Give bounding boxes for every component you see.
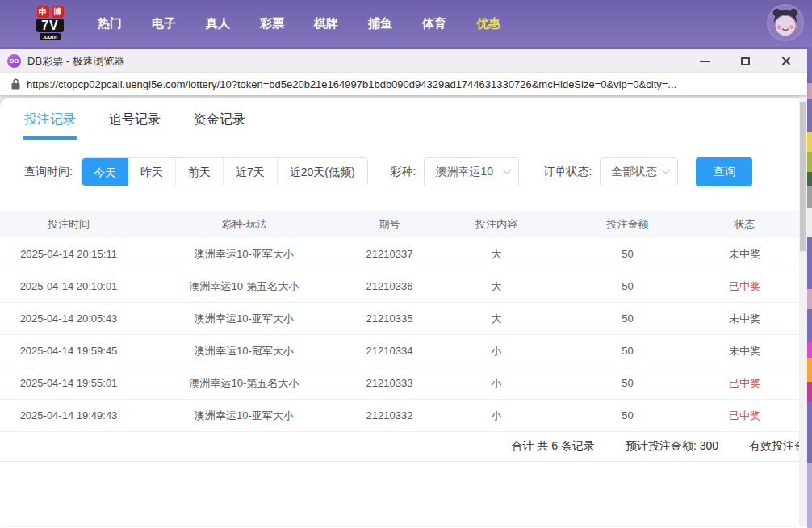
time-filter-label: 查询时间:: [24, 165, 73, 179]
cell-bet-amount: 50: [565, 377, 690, 389]
content-scrollbar[interactable]: [799, 95, 807, 526]
records-card: 投注记录 追号记录 资金记录 查询时间: 今天 昨天 前天 近7天 近20天(低…: [0, 98, 799, 526]
cell-bet-time: 2025-04-14 20:15:11: [0, 248, 137, 260]
logo-suffix: .com: [40, 33, 61, 40]
site-logo[interactable]: 申 博 7V .com: [23, 6, 77, 40]
time-option-last7days[interactable]: 近7天: [223, 158, 277, 186]
time-option-today[interactable]: 今天: [82, 158, 128, 186]
cell-issue: 21210337: [351, 248, 428, 260]
nav-item-lottery[interactable]: 彩票: [260, 16, 284, 31]
cell-bet-amount: 50: [565, 345, 690, 357]
nav-item-live[interactable]: 真人: [206, 16, 230, 31]
order-status-label: 订单状态:: [543, 165, 592, 179]
cell-bet-content: 小: [428, 344, 565, 358]
nav-item-hot[interactable]: 热门: [98, 16, 122, 31]
table-row: 2025-04-14 19:49:43 澳洲幸运10-亚军大小 21210332…: [0, 400, 799, 432]
lock-icon: [11, 78, 20, 90]
filter-bar: 查询时间: 今天 昨天 前天 近7天 近20天(低频) 彩种: 澳洲幸运10 订: [24, 157, 799, 186]
col-bet-time: 投注时间: [0, 217, 137, 232]
site-nav: 申 博 7V .com 热门 电子 真人 彩票 棋牌 捕鱼 体育 优惠: [0, 0, 812, 47]
cell-bet-content: 大: [428, 247, 565, 262]
nav-item-fishing[interactable]: 捕鱼: [368, 16, 392, 31]
cell-bet-amount: 50: [565, 248, 690, 260]
minimize-button[interactable]: [694, 52, 715, 70]
background-page-strip: [807, 47, 812, 528]
table-header: 投注时间 彩种-玩法 期号 投注内容 投注金额 状态: [0, 211, 799, 238]
bet-records-table: 投注时间 彩种-玩法 期号 投注内容 投注金额 状态 2025-04-14 20…: [0, 211, 799, 432]
time-option-yesterday[interactable]: 昨天: [128, 158, 175, 186]
cell-bet-time: 2025-04-14 19:55:01: [0, 377, 137, 389]
lottery-select-value: 澳洲幸运10: [435, 165, 493, 179]
summary-total: 合计 共 6 条记录: [512, 439, 595, 454]
nav-item-sports[interactable]: 体育: [422, 16, 446, 31]
cell-game-play: 澳洲幸运10-亚军大小: [137, 247, 351, 262]
cell-bet-time: 2025-04-14 20:10:01: [0, 280, 137, 292]
cell-bet-amount: 50: [565, 312, 690, 325]
cell-bet-content: 大: [428, 312, 565, 326]
cell-status: 未中奖: [690, 344, 799, 358]
scrollbar-thumb[interactable]: [800, 102, 806, 251]
cell-game-play: 澳洲幸运10-亚军大小: [137, 409, 351, 423]
tab-fund-records[interactable]: 资金记录: [194, 111, 245, 140]
cell-bet-amount: 50: [565, 280, 690, 292]
time-option-day-before[interactable]: 前天: [175, 158, 223, 186]
window-controls: [694, 52, 796, 70]
col-bet-content: 投注内容: [428, 217, 565, 232]
nav-item-promo[interactable]: 优惠: [476, 16, 500, 31]
chevron-down-icon: [662, 166, 671, 174]
nav-item-slots[interactable]: 电子: [152, 16, 176, 31]
cell-status: 已中奖: [690, 279, 799, 294]
logo-char-1: 申: [37, 6, 49, 18]
lottery-filter-label: 彩种:: [391, 165, 416, 179]
maximize-icon: [741, 57, 750, 65]
cell-status: 已中奖: [690, 409, 799, 423]
cell-status: 已中奖: [690, 376, 799, 391]
close-button[interactable]: [775, 52, 796, 70]
page-content: 投注记录 追号记录 资金记录 查询时间: 今天 昨天 前天 近7天 近20天(低…: [0, 95, 807, 526]
browser-titlebar: DB DB彩票 - 极速浏览器: [0, 47, 807, 73]
cell-bet-content: 小: [428, 409, 565, 423]
summary-bar: 合计 共 6 条记录 预计投注金额: 300 有效投注金额:: [0, 432, 799, 462]
user-avatar[interactable]: [767, 4, 804, 41]
lottery-select[interactable]: 澳洲幸运10: [424, 157, 519, 186]
col-game-play: 彩种-玩法: [137, 217, 351, 232]
cell-issue: 21210336: [351, 280, 428, 292]
browser-window: DB DB彩票 - 极速浏览器 https://ctopcp02pcali.ue…: [0, 47, 807, 528]
query-button[interactable]: 查询: [696, 157, 752, 186]
order-status-select[interactable]: 全部状态: [600, 157, 678, 186]
nav-item-chess[interactable]: 棋牌: [314, 16, 338, 31]
time-option-last20days[interactable]: 近20天(低频): [277, 158, 367, 186]
tab-bet-records[interactable]: 投注记录: [24, 111, 76, 140]
cell-game-play: 澳洲幸运10-冠军大小: [137, 344, 351, 358]
cell-issue: 21210332: [351, 409, 428, 421]
logo-badges: 申 博: [37, 6, 64, 18]
minimize-icon: [700, 61, 710, 62]
screen: 申 博 7V .com 热门 电子 真人 彩票 棋牌 捕鱼 体育 优惠: [0, 0, 812, 528]
maximize-button[interactable]: [735, 52, 755, 70]
record-tabs: 投注记录 追号记录 资金记录: [0, 98, 799, 140]
col-status: 状态: [690, 217, 799, 232]
cell-bet-time: 2025-04-14 19:59:45: [0, 345, 137, 357]
url-bar[interactable]: https://ctopcp02pcali.uengi5e.com/lotter…: [0, 73, 807, 95]
close-icon: [781, 56, 791, 66]
cell-game-play: 澳洲幸运10-亚军大小: [137, 312, 351, 326]
cell-game-play: 澳洲幸运10-第五名大小: [137, 376, 351, 391]
window-title: DB彩票 - 极速浏览器: [27, 54, 125, 69]
nav-items: 热门 电子 真人 彩票 棋牌 捕鱼 体育 优惠: [98, 16, 500, 31]
col-issue: 期号: [351, 217, 428, 232]
table-row: 2025-04-14 19:55:01 澳洲幸运10-第五名大小 2121033…: [0, 367, 799, 400]
cell-status: 未中奖: [690, 247, 799, 262]
table-row: 2025-04-14 20:05:43 澳洲幸运10-亚军大小 21210335…: [0, 303, 799, 335]
cell-issue: 21210334: [351, 345, 428, 357]
cell-bet-time: 2025-04-14 19:49:43: [0, 409, 137, 421]
table-row: 2025-04-14 20:15:11 澳洲幸运10-亚军大小 21210337…: [0, 238, 799, 270]
col-bet-amount: 投注金额: [565, 217, 690, 232]
order-status-value: 全部状态: [611, 165, 656, 179]
table-row: 2025-04-14 19:59:45 澳洲幸运10-冠军大小 21210334…: [0, 335, 799, 367]
cell-bet-content: 小: [428, 376, 565, 391]
cell-bet-time: 2025-04-14 20:05:43: [0, 312, 137, 325]
summary-expected: 预计投注金额: 300: [626, 439, 718, 454]
cell-bet-amount: 50: [565, 409, 690, 421]
tab-chase-records[interactable]: 追号记录: [109, 111, 161, 140]
chevron-down-icon: [503, 166, 512, 174]
